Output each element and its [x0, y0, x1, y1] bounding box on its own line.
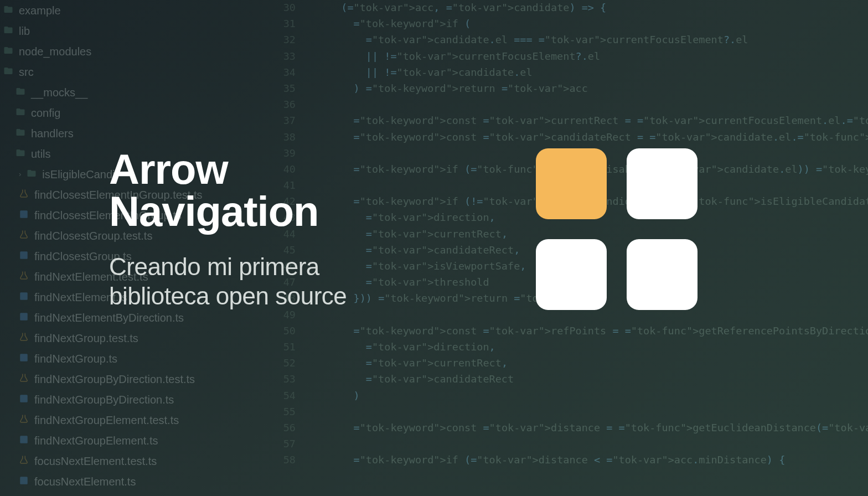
folder-icon [16, 105, 25, 121]
test-icon [19, 268, 29, 285]
folder-icon [3, 64, 13, 80]
hero-overlay: Arrow Navigation Creando mi primera bibl… [109, 148, 347, 311]
line-number: 33 [272, 48, 296, 64]
folder-icon [16, 125, 25, 142]
svg-rect-5 [20, 395, 28, 402]
svg-rect-0 [20, 210, 28, 218]
test-icon [19, 187, 29, 203]
folder-icon [3, 2, 13, 19]
code-line [329, 404, 868, 420]
ts-icon [19, 391, 29, 408]
file-item-findnextgroupbydirection-ts[interactable]: findNextGroupByDirection.ts [3, 389, 266, 410]
hero-title: Arrow Navigation [109, 148, 347, 232]
file-item-findnextgroup-ts[interactable]: findNextGroup.ts [3, 348, 266, 369]
file-item-findnextgroupelement-ts[interactable]: findNextGroupElement.ts [3, 430, 266, 451]
test-icon [19, 412, 29, 428]
hero-subtitle-line2: biblioteca open source [109, 282, 347, 311]
test-icon [19, 371, 29, 388]
file-item-focusnextelement-test-ts[interactable]: focusNextElement.test.ts [3, 451, 266, 471]
line-number: 58 [272, 452, 296, 468]
folder-icon [16, 146, 25, 162]
file-label: findNextGroupElement.test.ts [34, 412, 179, 428]
code-line: ="tok-var">candidateRect [329, 371, 868, 387]
file-label: findNextGroupByDirection.test.ts [34, 371, 195, 388]
ts-icon [19, 248, 29, 265]
file-item-config[interactable]: config [3, 102, 266, 123]
line-number: 35 [272, 80, 296, 96]
code-line [329, 96, 868, 112]
logo-square [536, 239, 607, 310]
line-number: 52 [272, 355, 296, 371]
line-number: 31 [272, 16, 296, 32]
line-number: 36 [272, 96, 296, 112]
code-line: ="tok-keyword">const ="tok-var">candidat… [329, 129, 868, 145]
code-line: ) ="tok-keyword">return ="tok-var">acc [329, 80, 868, 96]
hero-subtitle: Creando mi primera biblioteca open sourc… [109, 252, 347, 311]
file-item---mocks--[interactable]: __mocks__ [3, 82, 266, 102]
hero-subtitle-line1: Creando mi primera [109, 252, 347, 282]
code-line: ="tok-keyword">if (="tok-var">distance <… [329, 452, 868, 468]
logo-square [627, 148, 698, 219]
code-line: || !="tok-var">currentFocusElement?.el [329, 48, 868, 64]
file-label: node_modules [19, 43, 91, 60]
test-icon [19, 330, 29, 347]
ts-icon [19, 432, 29, 449]
test-icon [19, 453, 29, 469]
logo-square [627, 239, 698, 310]
file-item-findnextgroupbydirection-test-ts[interactable]: findNextGroupByDirection.test.ts [3, 369, 266, 389]
file-label: findNextGroup.test.ts [34, 330, 138, 347]
file-label: example [19, 2, 61, 19]
code-line: ="tok-var">direction, [329, 339, 868, 355]
line-number: 32 [272, 32, 296, 48]
line-number: 30 [272, 0, 296, 16]
file-item-src[interactable]: src [3, 61, 266, 82]
file-item-findnextgroup-test-ts[interactable]: findNextGroup.test.ts [3, 328, 266, 348]
code-line: ="tok-var">candidate.el === ="tok-var">c… [329, 32, 868, 48]
code-line: (="tok-var">acc, ="tok-var">candidate) =… [329, 0, 868, 16]
line-number: 57 [272, 436, 296, 452]
test-icon [19, 228, 29, 244]
folder-icon [27, 166, 37, 183]
file-item-findnextgroupelement-test-ts[interactable]: findNextGroupElement.test.ts [3, 410, 266, 430]
svg-rect-6 [20, 436, 28, 443]
file-label: findNextElementByDirection.ts [34, 309, 184, 326]
grid-logo [536, 148, 698, 310]
code-line: ="tok-keyword">if ( [329, 16, 868, 32]
ts-icon [19, 350, 29, 367]
line-number: 54 [272, 388, 296, 404]
file-label: findNextGroupElement.ts [34, 432, 158, 449]
hero-title-line2: Navigation [109, 190, 347, 232]
svg-rect-4 [20, 354, 28, 361]
ts-icon [19, 207, 29, 224]
file-item-example[interactable]: example [3, 0, 266, 20]
file-label: config [31, 105, 60, 121]
folder-icon [16, 84, 25, 101]
file-label: utils [31, 146, 51, 162]
code-line: ) [329, 388, 868, 404]
file-item-node-modules[interactable]: node_modules [3, 41, 266, 61]
file-label: focusNextElement.ts [34, 473, 136, 490]
code-line: || !="tok-var">candidate.el [329, 64, 868, 80]
file-label: findNextGroup.ts [34, 350, 117, 367]
file-item-focusnextelement-ts[interactable]: focusNextElement.ts [3, 471, 266, 492]
code-line: ="tok-keyword">const ="tok-var">currentR… [329, 112, 868, 128]
code-line: ="tok-var">currentRect, [329, 355, 868, 371]
line-number: 38 [272, 129, 296, 145]
svg-rect-2 [20, 292, 28, 300]
ts-icon [19, 289, 29, 306]
chevron-right-icon: › [19, 166, 21, 183]
line-number: 50 [272, 323, 296, 339]
svg-rect-1 [20, 251, 28, 259]
code-line: ="tok-keyword">const ="tok-var">refPoint… [329, 323, 868, 339]
file-label: handlers [31, 125, 74, 142]
file-label: lib [19, 23, 30, 39]
line-number: 56 [272, 420, 296, 436]
file-item-handlers[interactable]: handlers [3, 123, 266, 143]
file-label: focusNextElement.test.ts [34, 453, 157, 469]
file-item-lib[interactable]: lib [3, 20, 266, 41]
line-number: 34 [272, 64, 296, 80]
folder-icon [3, 23, 13, 39]
file-label: src [19, 64, 34, 80]
svg-rect-7 [20, 477, 28, 484]
file-label: __mocks__ [31, 84, 87, 101]
